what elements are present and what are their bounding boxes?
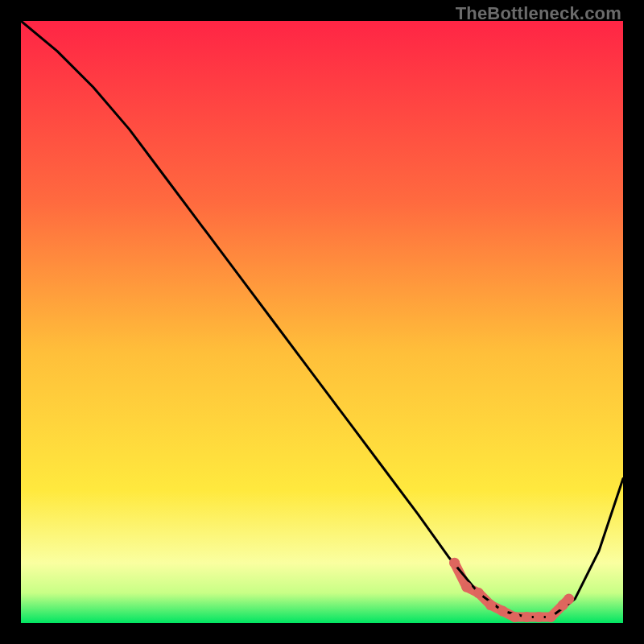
chart-svg [21, 21, 623, 623]
highlight-dot [510, 612, 520, 622]
highlight-dot [473, 588, 484, 598]
highlight-dot [485, 600, 496, 610]
highlight-dot [522, 612, 532, 622]
highlight-dot [564, 594, 574, 605]
highlight-dot [497, 606, 508, 617]
highlight-dot [534, 612, 544, 622]
highlight-dot [449, 558, 460, 568]
highlight-dot [461, 582, 472, 592]
gradient-background [21, 21, 623, 623]
bottleneck-chart [21, 21, 623, 623]
highlight-dot [546, 612, 556, 622]
